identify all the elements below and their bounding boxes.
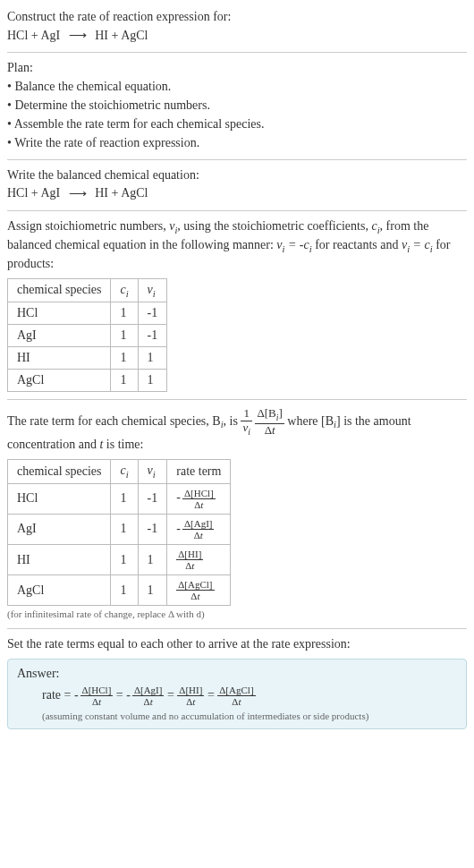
cell-c: 1 xyxy=(111,514,138,544)
cell-rate: Δ[AgCl]Δt xyxy=(167,575,231,606)
table-row: HI11 xyxy=(8,347,167,370)
text: , using the stoichiometric coefficients, xyxy=(177,219,371,233)
balanced-equation: HCl + AgI ⟶ HI + AgCl xyxy=(7,185,467,202)
divider xyxy=(7,52,467,53)
text: where [B xyxy=(284,414,334,428)
header-ci: ci xyxy=(111,459,138,483)
reactants: HCl + AgI xyxy=(7,29,60,42)
plan-heading: Plan: xyxy=(7,60,467,77)
cell-species: AgCl xyxy=(8,575,111,606)
cell-v: -1 xyxy=(138,325,167,347)
cell-v: 1 xyxy=(138,575,167,606)
fraction: Δ[HCl]Δt xyxy=(182,488,216,510)
cell-v: -1 xyxy=(138,483,167,514)
products: HI + AgCl xyxy=(95,186,148,200)
plan-section: Plan: • Balance the chemical equation. •… xyxy=(7,60,467,151)
fraction: Δ[HI]Δt xyxy=(176,549,203,571)
cell-rate: -Δ[HCl]Δt xyxy=(167,483,231,514)
B: HCl xyxy=(194,488,210,498)
table-row: AgI 1 -1 -Δ[AgI]Δt xyxy=(8,514,231,544)
fraction: Δ[HI]Δt xyxy=(177,685,204,707)
cell-v: -1 xyxy=(138,514,167,544)
balanced-section: Write the balanced chemical equation: HC… xyxy=(7,167,467,203)
rate-intro: The rate term for each chemical species,… xyxy=(7,407,467,454)
c-i: ci xyxy=(371,219,379,233)
cell-v: 1 xyxy=(138,347,167,370)
B: HI xyxy=(188,549,199,559)
fraction: Δ[AgCl]Δt xyxy=(176,579,214,601)
header-vi: νi xyxy=(138,459,167,483)
cell-species: AgCl xyxy=(8,370,111,392)
text: The rate term for each chemical species,… xyxy=(7,414,221,428)
fraction: Δ[AgI]Δt xyxy=(182,518,215,540)
divider xyxy=(7,159,467,160)
fraction: Δ[HCl]Δt xyxy=(80,685,114,707)
cell-species: HI xyxy=(8,347,111,370)
cell-species: HCl xyxy=(8,302,111,325)
B: AgI xyxy=(194,518,209,529)
rate-expression: rate = -Δ[HCl]Δt = -Δ[AgI]Δt = Δ[HI]Δt =… xyxy=(42,685,457,707)
cell-c: 1 xyxy=(111,370,138,392)
plan-item-3: • Write the rate of reaction expression. xyxy=(7,135,467,152)
rate-term-section: The rate term for each chemical species,… xyxy=(7,407,467,621)
text: for reactants and xyxy=(312,238,402,251)
table-row: HCl 1 -1 -Δ[HCl]Δt xyxy=(8,483,231,514)
cell-rate: -Δ[AgI]Δt xyxy=(167,514,231,544)
fraction: Δ[Bi]Δt xyxy=(255,407,284,437)
answer-box: Answer: rate = -Δ[HCl]Δt = -Δ[AgI]Δt = Δ… xyxy=(7,659,467,729)
B: AgI xyxy=(144,685,159,695)
footnote: (for infinitesimal rate of change, repla… xyxy=(7,608,467,621)
stoich-intro: Assign stoichiometric numbers, νi, using… xyxy=(7,218,467,273)
set-equal-text: Set the rate terms equal to each other t… xyxy=(7,636,467,653)
stoich-section: Assign stoichiometric numbers, νi, using… xyxy=(7,218,467,393)
answer-label: Answer: xyxy=(17,667,457,681)
nu-i: νi xyxy=(169,219,177,233)
divider xyxy=(7,210,467,211)
B: AgCl xyxy=(229,685,250,695)
cell-v: 1 xyxy=(138,370,167,392)
eqn: νi = -ci xyxy=(276,238,311,251)
fraction: Δ[AgCl]Δt xyxy=(217,685,255,707)
cell-rate: Δ[HI]Δt xyxy=(167,544,231,574)
final-section: Set the rate terms equal to each other t… xyxy=(7,636,467,729)
header-species: chemical species xyxy=(8,459,111,483)
table-header-row: chemical species ci νi rate term xyxy=(8,459,231,483)
table-header-row: chemical species ci νi xyxy=(8,278,167,302)
B: HCl xyxy=(91,685,107,695)
divider xyxy=(7,628,467,629)
rate-label: rate xyxy=(42,688,61,702)
products: HI + AgCl xyxy=(95,29,148,42)
table-row: AgI1-1 xyxy=(8,325,167,347)
table-row: HCl1-1 xyxy=(8,302,167,325)
plan-item-label: Determine the stoichiometric numbers. xyxy=(14,98,210,112)
prompt-section: Construct the rate of reaction expressio… xyxy=(7,9,467,45)
header-vi: νi xyxy=(138,278,167,302)
header-rate: rate term xyxy=(167,459,231,483)
divider xyxy=(7,399,467,400)
rightarrow-icon: ⟶ xyxy=(69,28,87,45)
balanced-intro: Write the balanced chemical equation: xyxy=(7,167,467,184)
cell-species: AgI xyxy=(8,514,111,544)
text: , is xyxy=(224,414,241,428)
header-species: chemical species xyxy=(8,278,111,302)
plan-item-label: Write the rate of reaction expression. xyxy=(14,136,199,149)
prompt-text: Construct the rate of reaction expressio… xyxy=(7,9,467,26)
table-row: AgCl11 xyxy=(8,370,167,392)
cell-species: AgI xyxy=(8,325,111,347)
cell-c: 1 xyxy=(111,347,138,370)
cell-v: -1 xyxy=(138,302,167,325)
reactants: HCl + AgI xyxy=(7,186,60,200)
plan-item-label: Assemble the rate term for each chemical… xyxy=(14,117,265,131)
cell-c: 1 xyxy=(111,483,138,514)
cell-species: HCl xyxy=(8,483,111,514)
cell-species: HI xyxy=(8,544,111,574)
eqn: νi = ci xyxy=(402,238,433,251)
text: Assign stoichiometric numbers, xyxy=(7,219,169,233)
header-ci: ci xyxy=(111,278,138,302)
prompt-equation: HCl + AgI ⟶ HI + AgCl xyxy=(7,28,467,45)
fraction: 1νi xyxy=(241,407,252,437)
cell-c: 1 xyxy=(111,325,138,347)
fraction: Δ[AgI]Δt xyxy=(132,685,165,707)
assumption-text: (assuming constant volume and no accumul… xyxy=(42,711,457,721)
cell-c: 1 xyxy=(111,544,138,574)
